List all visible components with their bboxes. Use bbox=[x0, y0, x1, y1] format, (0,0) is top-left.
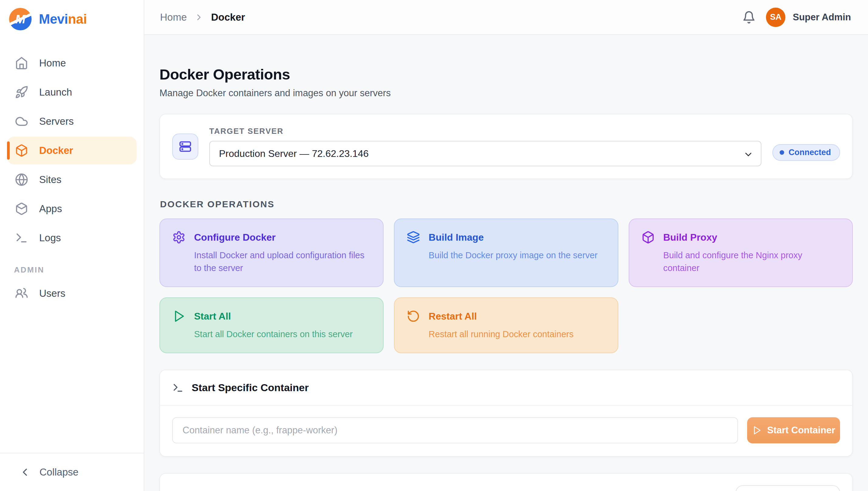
target-server-field: TARGET SERVER Production Server — 72.62.… bbox=[209, 126, 761, 166]
brand-name: Mevinai bbox=[39, 11, 87, 27]
cube-icon bbox=[642, 231, 655, 244]
sidebar-item-label: Home bbox=[39, 57, 66, 69]
sidebar-item-launch[interactable]: Launch bbox=[7, 78, 137, 106]
sidebar-item-label: Sites bbox=[39, 174, 61, 185]
sidebar-item-label: Launch bbox=[39, 86, 72, 98]
sidebar-item-users[interactable]: Users bbox=[7, 280, 137, 308]
connection-status-badge: Connected bbox=[772, 144, 840, 161]
sidebar-nav: Home Launch Servers Docker Sites bbox=[0, 37, 144, 453]
page-content: Docker Operations Manage Docker containe… bbox=[144, 35, 868, 491]
op-card-title: Start All bbox=[194, 311, 231, 322]
box-icon bbox=[15, 144, 28, 157]
brand-logo-letter: M bbox=[15, 12, 25, 26]
chevron-right-icon bbox=[194, 12, 204, 22]
restart-all-card[interactable]: Restart All Restart all running Docker c… bbox=[394, 297, 618, 353]
users-icon bbox=[15, 287, 28, 300]
sidebar-collapse-button[interactable]: Collapse bbox=[0, 453, 144, 491]
package-icon bbox=[15, 202, 28, 215]
page-subtitle: Manage Docker containers and images on y… bbox=[159, 88, 853, 98]
op-card-description: Build the Docker proxy image on the serv… bbox=[429, 249, 605, 262]
panel-title: Start Specific Container bbox=[192, 382, 308, 394]
user-name: Super Admin bbox=[793, 12, 851, 23]
breadcrumb-current: Docker bbox=[211, 11, 245, 23]
op-card-title: Build Proxy bbox=[663, 232, 717, 243]
main-area: Home Docker SA Super Admin Docker Operat… bbox=[144, 0, 868, 491]
op-card-title: Restart All bbox=[429, 311, 477, 322]
container-list-panel: Container List List Containers bbox=[159, 473, 853, 491]
topbar: Home Docker SA Super Admin bbox=[144, 0, 868, 35]
sidebar-item-label: Docker bbox=[39, 145, 73, 156]
avatar: SA bbox=[766, 7, 785, 27]
sidebar: M Mevinai Home Launch Servers Doc bbox=[0, 0, 144, 491]
sidebar-item-label: Logs bbox=[39, 232, 61, 244]
op-card-description: Restart all running Docker containers bbox=[429, 328, 605, 341]
gear-icon bbox=[172, 231, 186, 244]
play-icon bbox=[172, 310, 186, 323]
cloud-icon bbox=[15, 115, 28, 128]
breadcrumb: Home Docker bbox=[160, 11, 245, 23]
brand-name-orange: nai bbox=[68, 11, 87, 26]
build-proxy-card[interactable]: Build Proxy Build and configure the Ngin… bbox=[629, 219, 853, 287]
sidebar-section-admin: ADMIN bbox=[14, 265, 144, 275]
target-server-select[interactable]: Production Server — 72.62.23.146 bbox=[209, 141, 761, 166]
terminal-icon bbox=[15, 231, 28, 244]
collapse-label: Collapse bbox=[39, 466, 78, 478]
globe-icon bbox=[15, 173, 28, 186]
topbar-right: SA Super Admin bbox=[742, 7, 851, 27]
target-server-label: TARGET SERVER bbox=[209, 126, 761, 136]
op-card-title: Build Image bbox=[429, 232, 484, 243]
sidebar-item-home[interactable]: Home bbox=[7, 49, 137, 77]
avatar-initials: SA bbox=[770, 12, 782, 22]
terminal-icon bbox=[172, 382, 184, 394]
operations-grid: Configure Docker Install Docker and uplo… bbox=[159, 219, 853, 353]
layers-icon bbox=[407, 231, 420, 244]
op-card-description: Build and configure the Nginx proxy cont… bbox=[663, 249, 840, 274]
sidebar-item-label: Servers bbox=[39, 116, 74, 127]
start-container-button[interactable]: Start Container bbox=[747, 417, 840, 443]
brand-logo: M Mevinai bbox=[0, 0, 144, 37]
sidebar-item-label: Apps bbox=[39, 203, 62, 214]
home-icon bbox=[15, 56, 28, 70]
start-specific-container-panel: Start Specific Container Start Container bbox=[159, 370, 853, 457]
brand-name-blue: Mevi bbox=[39, 11, 68, 26]
bell-icon[interactable] bbox=[742, 10, 756, 24]
container-name-input[interactable] bbox=[172, 417, 738, 443]
brand-logo-icon: M bbox=[9, 8, 32, 30]
status-dot-icon bbox=[780, 150, 784, 155]
op-card-description: Start all Docker containers on this serv… bbox=[194, 328, 371, 341]
chevron-left-icon bbox=[19, 466, 31, 478]
configure-docker-card[interactable]: Configure Docker Install Docker and uplo… bbox=[159, 219, 384, 287]
start-container-label: Start Container bbox=[767, 425, 835, 436]
user-menu[interactable]: SA Super Admin bbox=[766, 7, 851, 27]
breadcrumb-home[interactable]: Home bbox=[160, 11, 187, 23]
list-containers-button[interactable]: List Containers bbox=[736, 485, 840, 491]
start-all-card[interactable]: Start All Start all Docker containers on… bbox=[159, 297, 384, 353]
status-label: Connected bbox=[788, 148, 831, 157]
sidebar-item-label: Users bbox=[39, 288, 65, 299]
page-title: Docker Operations bbox=[159, 66, 853, 83]
sidebar-item-servers[interactable]: Servers bbox=[7, 108, 137, 135]
op-card-title: Configure Docker bbox=[194, 232, 275, 243]
build-image-card[interactable]: Build Image Build the Docker proxy image… bbox=[394, 219, 618, 287]
rocket-icon bbox=[15, 86, 28, 99]
rotate-ccw-icon bbox=[407, 310, 420, 323]
play-icon bbox=[752, 426, 762, 435]
server-icon bbox=[172, 134, 198, 160]
sidebar-item-logs[interactable]: Logs bbox=[7, 224, 137, 252]
op-card-description: Install Docker and upload configuration … bbox=[194, 249, 371, 274]
sidebar-item-docker[interactable]: Docker bbox=[7, 137, 137, 165]
target-server-card: TARGET SERVER Production Server — 72.62.… bbox=[159, 114, 853, 179]
sidebar-item-apps[interactable]: Apps bbox=[7, 195, 137, 223]
operations-section-label: DOCKER OPERATIONS bbox=[160, 199, 853, 209]
sidebar-item-sites[interactable]: Sites bbox=[7, 166, 137, 194]
